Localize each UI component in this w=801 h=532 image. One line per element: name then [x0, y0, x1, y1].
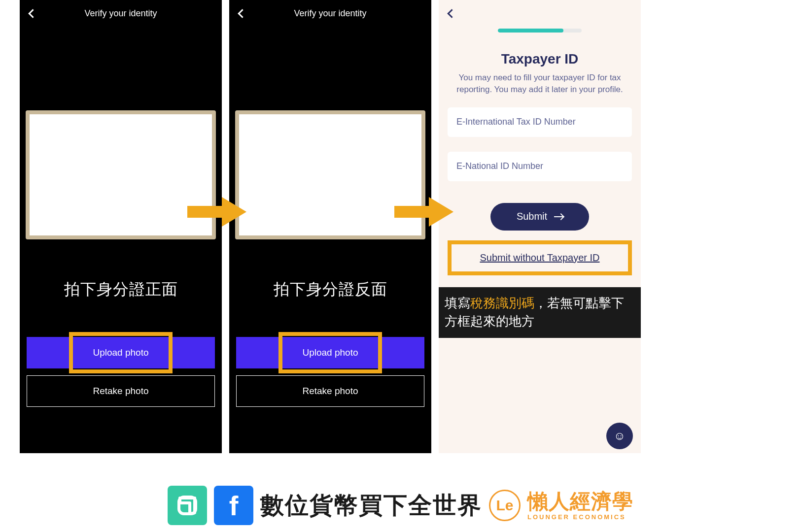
taxpayer-title: Taxpayer ID: [439, 51, 641, 67]
svg-marker-1: [394, 197, 453, 227]
help-fab[interactable]: ☺: [606, 423, 633, 449]
brand-sub: LOUNGER ECONOMICS: [527, 514, 633, 520]
page-title: Verify your identity: [229, 8, 431, 19]
highlight-box: Submit without Taxpayer ID: [448, 240, 632, 275]
annotation-tip: 填寫稅務識別碼，若無可點擊下方框起來的地方: [439, 287, 641, 338]
submit-label: Submit: [517, 211, 547, 222]
retake-label: Retake photo: [93, 386, 148, 397]
topbar: [439, 0, 641, 27]
input-placeholder: E-International Tax ID Number: [456, 117, 576, 127]
caption-box: 拍下身分證反面: [241, 269, 419, 310]
caption-text: 拍下身分證反面: [244, 279, 417, 300]
footer: f 數位貨幣買下全世界 Le 懶人經濟學 LOUNGER ECONOMICS: [0, 486, 801, 525]
facebook-icon: f: [214, 486, 253, 525]
upload-label: Upload photo: [93, 347, 148, 358]
submit-without-link[interactable]: Submit without Taxpayer ID: [480, 252, 599, 263]
brand-main: 懶人經濟學: [527, 491, 633, 512]
topbar: Verify your identity: [229, 0, 431, 27]
retake-photo-button[interactable]: Retake photo: [27, 375, 215, 407]
tip-highlight: 稅務識別碼: [470, 296, 534, 310]
upload-label: Upload photo: [302, 347, 358, 358]
footer-slogan: 數位貨幣買下全世界: [260, 490, 482, 521]
submit-button[interactable]: Submit: [490, 203, 589, 231]
flow-arrow-icon: [187, 197, 246, 227]
topbar: Verify your identity: [20, 0, 222, 27]
retake-label: Retake photo: [302, 386, 358, 397]
tip-prefix: 填寫: [445, 296, 470, 310]
lounger-logo-icon: Le: [489, 490, 521, 521]
national-id-input[interactable]: E-National ID Number: [448, 152, 632, 181]
svg-marker-0: [187, 197, 246, 227]
retake-photo-button[interactable]: Retake photo: [236, 375, 424, 407]
page-title: Verify your identity: [20, 8, 222, 19]
progress-bar: [439, 29, 641, 33]
upload-photo-button[interactable]: Upload photo: [236, 337, 424, 368]
arrow-right-icon: [554, 216, 563, 217]
app-logo-icon: [168, 486, 207, 525]
flow-arrow-icon: [394, 197, 453, 227]
taxpayer-desc: You may need to fill your taxpayer ID fo…: [439, 67, 641, 96]
lounger-brand: 懶人經濟學 LOUNGER ECONOMICS: [527, 491, 633, 520]
caption-box: 拍下身分證正面: [32, 269, 210, 310]
screen-taxpayer-id: Taxpayer ID You may need to fill your ta…: [439, 0, 641, 453]
input-placeholder: E-National ID Number: [456, 161, 543, 171]
back-icon[interactable]: [446, 8, 455, 18]
caption-text: 拍下身分證正面: [35, 279, 207, 300]
help-icon: ☺: [614, 429, 626, 443]
upload-photo-button[interactable]: Upload photo: [27, 337, 215, 368]
intl-tax-id-input[interactable]: E-International Tax ID Number: [448, 107, 632, 137]
svg-rect-2: [179, 497, 196, 514]
